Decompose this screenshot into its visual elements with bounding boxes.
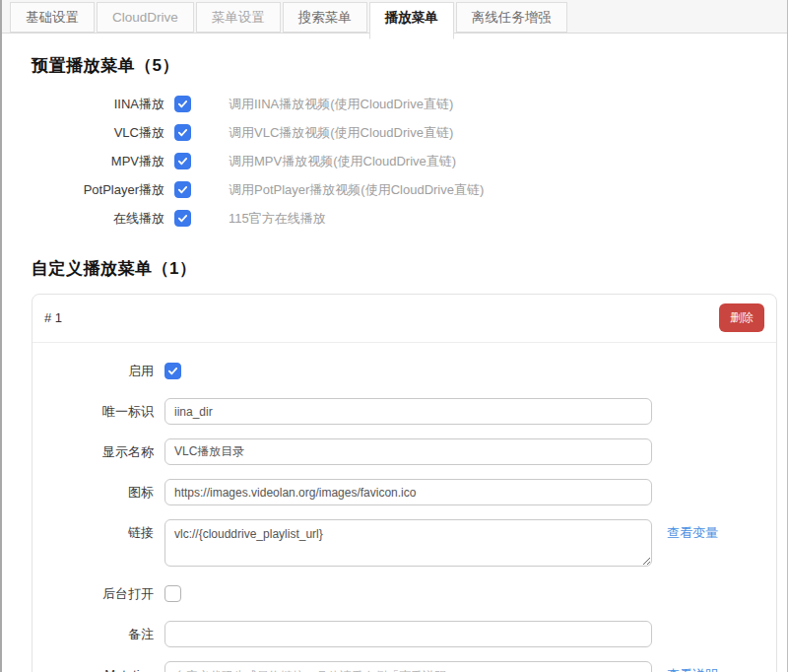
form-row-background-open: 后台打开	[33, 580, 776, 607]
link-label: 链接	[33, 519, 164, 546]
preset-label: MPV播放	[32, 153, 164, 170]
preset-desc: 调用PotPlayer播放视频(使用CloudDrive直链)	[229, 181, 484, 199]
preset-desc: 调用IINA播放视频(使用CloudDrive直链)	[229, 96, 453, 113]
tab-basic-settings[interactable]: 基础设置	[10, 2, 95, 33]
card-index-label: # 1	[44, 310, 62, 325]
tab-bar: 基础设置 CloudDrive 菜单设置 搜索菜单 播放菜单 离线任务增强	[2, 0, 787, 34]
tab-search-menu[interactable]: 搜索菜单	[283, 2, 367, 33]
preset-desc: 调用VLC播放视频(使用CloudDrive直链)	[229, 124, 453, 142]
remark-label: 备注	[33, 621, 164, 647]
custom-menu-card: # 1 删除 启用 唯一标识 显示名称	[32, 294, 777, 672]
preset-checkbox-potplayer[interactable]	[174, 181, 191, 198]
form-row-icon: 图标	[33, 479, 776, 505]
check-icon	[177, 213, 188, 224]
icon-label: 图标	[33, 479, 164, 505]
preset-label: IINA播放	[32, 96, 164, 113]
check-icon	[177, 184, 188, 195]
link-textarea[interactable]: vlc://{clouddrive_playlist_url}	[164, 519, 652, 567]
icon-url-input[interactable]	[164, 479, 652, 505]
card-body: 启用 唯一标识 显示名称 图标	[33, 343, 776, 672]
check-icon	[177, 99, 188, 109]
preset-label: VLC播放	[32, 124, 164, 142]
display-name-input[interactable]	[164, 438, 652, 465]
unique-id-input[interactable]	[164, 398, 652, 425]
form-row-unique-id: 唯一标识	[33, 398, 776, 425]
mutation-label: Mutation	[33, 661, 164, 672]
check-icon	[177, 156, 188, 167]
preset-section-title: 预置播放菜单（5）	[32, 54, 777, 77]
remark-input[interactable]	[164, 621, 652, 647]
check-icon	[177, 127, 188, 138]
tab-offline-task[interactable]: 离线任务增强	[456, 2, 567, 33]
delete-button[interactable]: 删除	[719, 303, 764, 332]
view-docs-link[interactable]: 查看说明	[667, 661, 718, 672]
preset-checkbox-vlc[interactable]	[174, 124, 191, 141]
view-variables-link[interactable]: 查看变量	[667, 519, 718, 546]
enable-label: 启用	[33, 358, 164, 384]
preset-row-iina: IINA播放 调用IINA播放视频(使用CloudDrive直链)	[32, 90, 777, 118]
display-name-label: 显示名称	[33, 438, 164, 465]
settings-window: 基础设置 CloudDrive 菜单设置 搜索菜单 播放菜单 离线任务增强 预置…	[0, 0, 788, 672]
form-row-remark: 备注	[33, 621, 776, 647]
enable-checkbox[interactable]	[164, 363, 181, 379]
tab-play-menu[interactable]: 播放菜单	[369, 2, 454, 39]
tab-menu-settings[interactable]: 菜单设置	[196, 2, 281, 33]
form-row-display-name: 显示名称	[33, 438, 776, 465]
custom-section-title: 自定义播放菜单（1）	[32, 257, 777, 280]
tab-panel-play-menu: 预置播放菜单（5） IINA播放 调用IINA播放视频(使用CloudDrive…	[2, 54, 787, 672]
preset-checkbox-mpv[interactable]	[174, 153, 191, 169]
preset-row-potplayer: PotPlayer播放 调用PotPlayer播放视频(使用CloudDrive…	[32, 175, 777, 204]
card-header: # 1 删除	[33, 295, 776, 343]
preset-label: 在线播放	[32, 210, 164, 228]
unique-id-label: 唯一标识	[33, 398, 164, 425]
background-open-label: 后台打开	[33, 580, 164, 607]
preset-row-mpv: MPV播放 调用MPV播放视频(使用CloudDrive直链)	[32, 147, 777, 175]
mutation-textarea[interactable]	[164, 661, 652, 672]
check-icon	[167, 366, 178, 376]
preset-row-vlc: VLC播放 调用VLC播放视频(使用CloudDrive直链)	[32, 118, 777, 147]
tab-clouddrive[interactable]: CloudDrive	[97, 2, 194, 33]
preset-checkbox-iina[interactable]	[174, 96, 191, 112]
preset-desc: 调用MPV播放视频(使用CloudDrive直链)	[229, 153, 456, 170]
form-row-enable: 启用	[33, 358, 776, 384]
form-row-mutation: Mutation 查看说明	[33, 661, 776, 672]
preset-label: PotPlayer播放	[32, 181, 164, 199]
preset-desc: 115官方在线播放	[229, 210, 326, 228]
background-open-checkbox[interactable]	[164, 585, 181, 602]
preset-checkbox-online[interactable]	[174, 210, 191, 227]
preset-row-online: 在线播放 115官方在线播放	[32, 204, 777, 233]
form-row-link: 链接 vlc://{clouddrive_playlist_url} 查看变量	[33, 519, 776, 567]
